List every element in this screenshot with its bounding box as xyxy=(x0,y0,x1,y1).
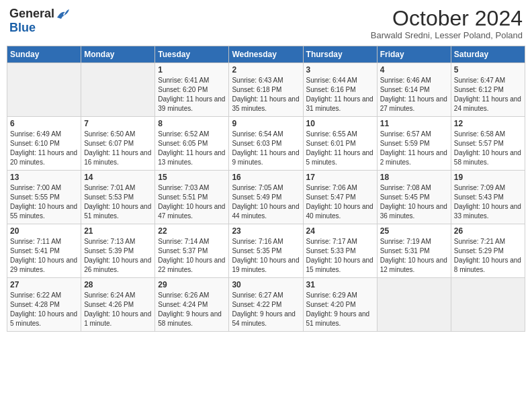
cell-info: Sunrise: 6:55 AM Sunset: 6:01 PM Dayligh… xyxy=(306,130,374,167)
calendar-cell: 7Sunrise: 6:50 AM Sunset: 6:07 PM Daylig… xyxy=(81,117,155,171)
cell-info: Sunrise: 7:19 AM Sunset: 5:31 PM Dayligh… xyxy=(380,237,448,275)
cell-info: Sunrise: 6:41 AM Sunset: 6:20 PM Dayligh… xyxy=(158,76,226,113)
cell-info: Sunrise: 7:01 AM Sunset: 5:53 PM Dayligh… xyxy=(84,183,152,221)
week-row-2: 6Sunrise: 6:49 AM Sunset: 6:10 PM Daylig… xyxy=(7,117,525,171)
header-day-thursday: Thursday xyxy=(303,46,377,63)
day-number: 7 xyxy=(84,119,152,128)
cell-info: Sunrise: 6:49 AM Sunset: 6:10 PM Dayligh… xyxy=(10,130,78,167)
cell-info: Sunrise: 6:27 AM Sunset: 4:22 PM Dayligh… xyxy=(232,291,300,328)
calendar-cell: 12Sunrise: 6:58 AM Sunset: 5:57 PM Dayli… xyxy=(451,117,525,171)
cell-info: Sunrise: 7:13 AM Sunset: 5:39 PM Dayligh… xyxy=(84,237,152,275)
month-title: October 2024 xyxy=(371,7,523,30)
calendar-cell: 1Sunrise: 6:41 AM Sunset: 6:20 PM Daylig… xyxy=(155,63,229,117)
calendar-cell: 18Sunrise: 7:08 AM Sunset: 5:45 PM Dayli… xyxy=(377,171,451,224)
calendar-cell: 29Sunrise: 6:26 AM Sunset: 4:24 PM Dayli… xyxy=(155,278,229,332)
calendar-cell: 22Sunrise: 7:14 AM Sunset: 5:37 PM Dayli… xyxy=(155,224,229,278)
calendar-cell: 30Sunrise: 6:27 AM Sunset: 4:22 PM Dayli… xyxy=(229,278,303,332)
day-number: 29 xyxy=(158,280,226,289)
cell-info: Sunrise: 6:46 AM Sunset: 6:14 PM Dayligh… xyxy=(380,76,448,113)
calendar-header: SundayMondayTuesdayWednesdayThursdayFrid… xyxy=(7,46,525,63)
logo-blue-text: Blue xyxy=(9,21,36,34)
cell-info: Sunrise: 6:43 AM Sunset: 6:18 PM Dayligh… xyxy=(232,76,300,113)
calendar-cell: 23Sunrise: 7:16 AM Sunset: 5:35 PM Dayli… xyxy=(229,224,303,278)
day-number: 12 xyxy=(454,119,522,128)
calendar-cell: 8Sunrise: 6:52 AM Sunset: 6:05 PM Daylig… xyxy=(155,117,229,171)
calendar-cell: 26Sunrise: 7:21 AM Sunset: 5:29 PM Dayli… xyxy=(451,224,525,278)
cell-info: Sunrise: 7:14 AM Sunset: 5:37 PM Dayligh… xyxy=(158,237,226,275)
day-number: 17 xyxy=(306,173,374,182)
cell-info: Sunrise: 6:58 AM Sunset: 5:57 PM Dayligh… xyxy=(454,130,522,167)
day-number: 26 xyxy=(454,226,522,236)
calendar-cell: 28Sunrise: 6:24 AM Sunset: 4:26 PM Dayli… xyxy=(81,278,155,332)
cell-info: Sunrise: 7:03 AM Sunset: 5:51 PM Dayligh… xyxy=(158,183,226,221)
day-number: 30 xyxy=(232,280,300,289)
header-row: SundayMondayTuesdayWednesdayThursdayFrid… xyxy=(7,46,525,63)
cell-info: Sunrise: 6:52 AM Sunset: 6:05 PM Dayligh… xyxy=(158,130,226,167)
cell-info: Sunrise: 6:44 AM Sunset: 6:16 PM Dayligh… xyxy=(306,76,374,113)
calendar-cell xyxy=(377,278,451,332)
day-number: 5 xyxy=(454,65,522,75)
calendar-cell: 4Sunrise: 6:46 AM Sunset: 6:14 PM Daylig… xyxy=(377,63,451,117)
day-number: 27 xyxy=(10,280,78,289)
day-number: 25 xyxy=(380,226,448,236)
calendar-cell: 3Sunrise: 6:44 AM Sunset: 6:16 PM Daylig… xyxy=(303,63,377,117)
calendar-body: 1Sunrise: 6:41 AM Sunset: 6:20 PM Daylig… xyxy=(7,63,525,332)
day-number: 4 xyxy=(380,65,448,75)
header-day-wednesday: Wednesday xyxy=(229,46,303,63)
week-row-1: 1Sunrise: 6:41 AM Sunset: 6:20 PM Daylig… xyxy=(7,63,525,117)
header-day-monday: Monday xyxy=(81,46,155,63)
calendar-cell: 31Sunrise: 6:29 AM Sunset: 4:20 PM Dayli… xyxy=(303,278,377,332)
week-row-3: 13Sunrise: 7:00 AM Sunset: 5:55 PM Dayli… xyxy=(7,171,525,224)
calendar-cell: 20Sunrise: 7:11 AM Sunset: 5:41 PM Dayli… xyxy=(7,224,81,278)
day-number: 22 xyxy=(158,226,226,236)
logo-general-text: General xyxy=(9,7,54,21)
calendar-cell: 14Sunrise: 7:01 AM Sunset: 5:53 PM Dayli… xyxy=(81,171,155,224)
cell-info: Sunrise: 6:24 AM Sunset: 4:26 PM Dayligh… xyxy=(84,291,152,328)
calendar-cell: 10Sunrise: 6:55 AM Sunset: 6:01 PM Dayli… xyxy=(303,117,377,171)
day-number: 11 xyxy=(380,119,448,128)
cell-info: Sunrise: 7:08 AM Sunset: 5:45 PM Dayligh… xyxy=(380,183,448,221)
day-number: 8 xyxy=(158,119,226,128)
cell-info: Sunrise: 6:50 AM Sunset: 6:07 PM Dayligh… xyxy=(84,130,152,167)
cell-info: Sunrise: 6:26 AM Sunset: 4:24 PM Dayligh… xyxy=(158,291,226,328)
day-number: 24 xyxy=(306,226,374,236)
calendar-cell xyxy=(7,63,81,117)
cell-info: Sunrise: 6:57 AM Sunset: 5:59 PM Dayligh… xyxy=(380,130,448,167)
calendar-cell: 17Sunrise: 7:06 AM Sunset: 5:47 PM Dayli… xyxy=(303,171,377,224)
cell-info: Sunrise: 7:16 AM Sunset: 5:35 PM Dayligh… xyxy=(232,237,300,275)
day-number: 15 xyxy=(158,173,226,182)
day-number: 21 xyxy=(84,226,152,236)
page-header: General Blue October 2024 Barwald Sredni… xyxy=(7,7,525,40)
calendar-cell: 2Sunrise: 6:43 AM Sunset: 6:18 PM Daylig… xyxy=(229,63,303,117)
day-number: 2 xyxy=(232,65,300,75)
title-section: October 2024 Barwald Sredni, Lesser Pola… xyxy=(371,7,523,40)
calendar-cell: 5Sunrise: 6:47 AM Sunset: 6:12 PM Daylig… xyxy=(451,63,525,117)
cell-info: Sunrise: 6:22 AM Sunset: 4:28 PM Dayligh… xyxy=(10,291,78,328)
cell-info: Sunrise: 6:47 AM Sunset: 6:12 PM Dayligh… xyxy=(454,76,522,113)
header-day-tuesday: Tuesday xyxy=(155,46,229,63)
cell-info: Sunrise: 7:11 AM Sunset: 5:41 PM Dayligh… xyxy=(10,237,78,275)
calendar-cell: 27Sunrise: 6:22 AM Sunset: 4:28 PM Dayli… xyxy=(7,278,81,332)
logo: General Blue xyxy=(9,7,71,35)
day-number: 23 xyxy=(232,226,300,236)
day-number: 16 xyxy=(232,173,300,182)
day-number: 1 xyxy=(158,65,226,75)
day-number: 13 xyxy=(10,173,78,182)
day-number: 28 xyxy=(84,280,152,289)
calendar-cell: 11Sunrise: 6:57 AM Sunset: 5:59 PM Dayli… xyxy=(377,117,451,171)
calendar-cell xyxy=(81,63,155,117)
calendar-cell: 6Sunrise: 6:49 AM Sunset: 6:10 PM Daylig… xyxy=(7,117,81,171)
week-row-4: 20Sunrise: 7:11 AM Sunset: 5:41 PM Dayli… xyxy=(7,224,525,278)
day-number: 6 xyxy=(10,119,78,128)
header-day-sunday: Sunday xyxy=(7,46,81,63)
day-number: 14 xyxy=(84,173,152,182)
cell-info: Sunrise: 7:05 AM Sunset: 5:49 PM Dayligh… xyxy=(232,183,300,221)
cell-info: Sunrise: 7:09 AM Sunset: 5:43 PM Dayligh… xyxy=(454,183,522,221)
calendar-cell: 19Sunrise: 7:09 AM Sunset: 5:43 PM Dayli… xyxy=(451,171,525,224)
calendar-cell: 24Sunrise: 7:17 AM Sunset: 5:33 PM Dayli… xyxy=(303,224,377,278)
calendar-cell: 25Sunrise: 7:19 AM Sunset: 5:31 PM Dayli… xyxy=(377,224,451,278)
header-day-saturday: Saturday xyxy=(451,46,525,63)
logo-bird-icon xyxy=(56,8,71,20)
calendar-cell: 13Sunrise: 7:00 AM Sunset: 5:55 PM Dayli… xyxy=(7,171,81,224)
day-number: 9 xyxy=(232,119,300,128)
